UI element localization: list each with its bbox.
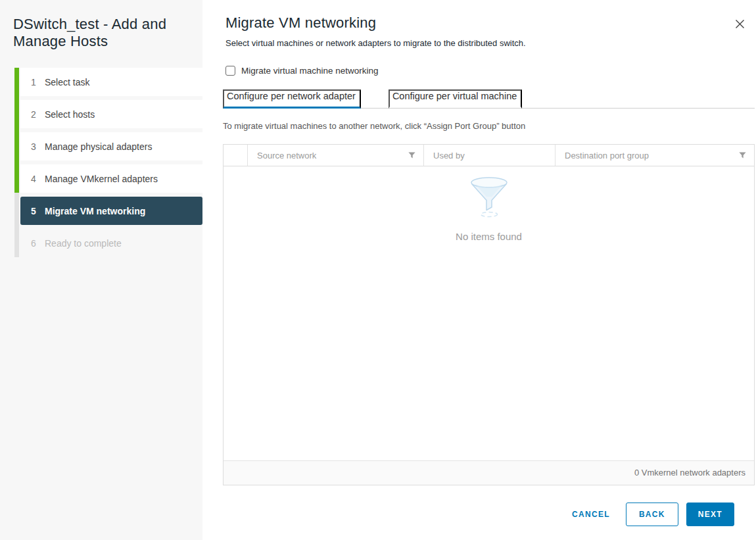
wizard-content-panel: Migrate VM networking Select virtual mac…	[202, 0, 756, 540]
step-manage-vmkernel-adapters[interactable]: 4 Manage VMkernel adapters	[20, 164, 202, 193]
cancel-button[interactable]: CANCEL	[564, 503, 618, 526]
step-number: 6	[31, 238, 45, 249]
step-label: Manage physical adapters	[45, 141, 152, 152]
empty-state-text: No items found	[456, 231, 522, 242]
next-button[interactable]: NEXT	[686, 503, 734, 526]
table-footer-count: 0 Vmkernel network adapters	[634, 468, 745, 478]
network-adapters-table: Source network Used by Destination port …	[223, 144, 755, 485]
step-select-hosts[interactable]: 2 Select hosts	[20, 100, 202, 128]
column-header-label: Source network	[257, 151, 316, 160]
step-label: Ready to complete	[45, 238, 122, 249]
back-button[interactable]: BACK	[626, 503, 678, 526]
helper-text: To migrate virtual machines to another n…	[223, 121, 755, 131]
step-number: 5	[31, 206, 45, 216]
step-label: Migrate VM networking	[45, 206, 145, 216]
table-empty-body: No items found	[224, 166, 754, 460]
step-label: Manage VMkernel adapters	[45, 174, 158, 184]
filter-icon[interactable]	[407, 151, 417, 160]
step-select-task[interactable]: 1 Select task	[20, 68, 202, 96]
wizard-title: DSwitch_test - Add and Manage Hosts	[13, 16, 195, 50]
step-number: 2	[31, 109, 45, 120]
filter-icon[interactable]	[738, 151, 747, 160]
wizard-steps: 1 Select task 2 Select hosts 3 Manage ph…	[13, 68, 202, 257]
column-header-label: Destination port group	[565, 151, 649, 160]
step-number: 4	[31, 174, 45, 184]
column-header-used-by: Used by	[423, 145, 555, 166]
progress-track-remaining	[14, 193, 19, 257]
step-ready-to-complete: 6 Ready to complete	[20, 229, 202, 257]
wizard-action-bar: CANCEL BACK NEXT	[223, 503, 755, 526]
table-footer: 0 Vmkernel network adapters	[224, 460, 754, 485]
checkbox-label: Migrate virtual machine networking	[241, 66, 379, 76]
migrate-networking-checkbox[interactable]: Migrate virtual machine networking	[225, 66, 755, 76]
column-header-source-network: Source network	[247, 145, 423, 166]
wizard-sidebar: DSwitch_test - Add and Manage Hosts 1 Se…	[0, 0, 202, 540]
funnel-glyph	[408, 152, 415, 159]
checkbox-unchecked-icon[interactable]	[225, 66, 235, 76]
column-header-destination-port-group: Destination port group	[555, 145, 754, 166]
progress-track	[14, 68, 19, 257]
column-header-label: Used by	[433, 151, 465, 160]
tab-bar: Configure per network adapter Configure …	[223, 89, 755, 109]
page-subtitle: Select virtual machines or network adapt…	[225, 38, 755, 48]
step-label: Select task	[45, 77, 89, 87]
step-manage-physical-adapters[interactable]: 3 Manage physical adapters	[20, 132, 202, 160]
step-number: 1	[31, 77, 45, 87]
table-header-row: Source network Used by Destination port …	[224, 145, 754, 166]
progress-track-done	[14, 68, 19, 193]
column-header-select	[224, 145, 247, 166]
close-icon[interactable]	[733, 17, 746, 30]
empty-filter-funnel-icon	[469, 176, 509, 218]
step-label: Select hosts	[45, 109, 95, 120]
page-title: Migrate VM networking	[225, 14, 755, 32]
tab-configure-per-virtual-machine[interactable]: Configure per virtual machine	[389, 89, 522, 109]
step-number: 3	[31, 141, 45, 152]
tab-configure-per-network-adapter[interactable]: Configure per network adapter	[223, 89, 361, 109]
close-x-glyph	[734, 18, 745, 30]
funnel-glyph	[739, 152, 746, 159]
step-migrate-vm-networking[interactable]: 5 Migrate VM networking	[20, 197, 202, 225]
